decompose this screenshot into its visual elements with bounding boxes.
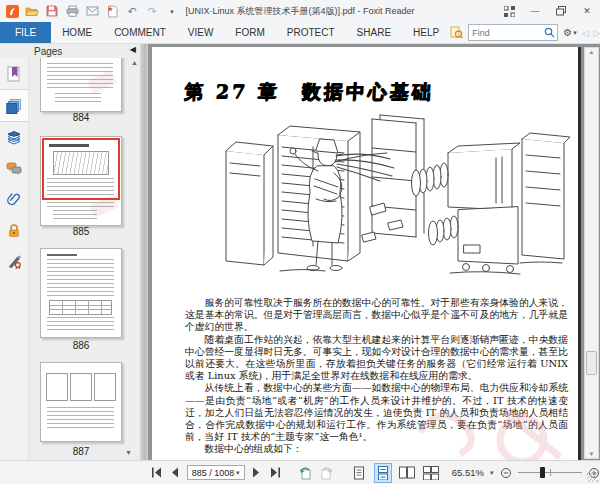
search-document-icon[interactable]	[450, 26, 463, 39]
panel-title: Pages	[0, 44, 140, 58]
zoom-out-button[interactable]	[500, 465, 512, 481]
facing-view-icon	[399, 466, 415, 479]
tab-comment[interactable]: COMMENT	[103, 22, 177, 43]
sidebar-item-signature[interactable]	[0, 246, 28, 277]
sidebar-resize-handle[interactable]	[140, 44, 148, 460]
triangle-down-icon: ▼	[125, 449, 132, 456]
thumb-table	[49, 300, 112, 315]
minimize-button[interactable]: —	[528, 4, 542, 18]
caret-down-icon[interactable]: ▾	[490, 469, 494, 476]
find-next-button[interactable]: ▷	[594, 28, 600, 38]
lock-icon	[7, 223, 21, 238]
sidebar-item-pages[interactable]	[0, 89, 28, 122]
find-options-button[interactable]: ⚙▾	[563, 28, 576, 38]
page-indicator: 885 / 1008	[192, 468, 236, 478]
signature-icon	[7, 254, 22, 269]
page-thumbnail-885[interactable]	[40, 136, 122, 226]
thumb-figure	[46, 373, 68, 401]
tab-form[interactable]: FORM	[224, 22, 275, 43]
zoom-slider[interactable]	[518, 466, 582, 479]
save-button[interactable]	[45, 3, 59, 19]
tab-protect[interactable]: PROTECT	[276, 22, 346, 43]
thumb-text-lines	[47, 259, 114, 297]
sidebar-item-security[interactable]	[0, 215, 28, 246]
redo-button[interactable]: ↷	[145, 3, 159, 19]
page-thumbnail-887[interactable]	[40, 362, 122, 442]
previous-page-button[interactable]	[168, 465, 180, 481]
find-toolbar: ⚙▾ ◁ ▷ ♡	[450, 22, 600, 43]
datacenter-cartoon	[220, 111, 570, 287]
email-button[interactable]	[85, 3, 99, 19]
sidebar-item-attachments[interactable]	[0, 184, 28, 215]
page-thumbnail-886[interactable]	[40, 248, 122, 338]
continuous-view-button[interactable]	[374, 463, 392, 483]
next-view-icon	[319, 466, 333, 480]
print-button[interactable]	[65, 3, 79, 19]
thumb-label[interactable]: 886	[40, 340, 122, 351]
tab-view[interactable]: VIEW	[177, 22, 225, 43]
scrollbar-thumb[interactable]	[586, 351, 597, 375]
search-icon[interactable]	[544, 27, 555, 38]
ui-layout-button[interactable]	[502, 4, 516, 18]
tab-home[interactable]: HOME	[51, 22, 103, 43]
tab-file[interactable]: FILE	[0, 22, 51, 43]
arrow-left-icon: ◁	[582, 28, 589, 38]
vertical-scrollbar[interactable]: ▲ ▼	[584, 47, 599, 459]
sidebar-item-layers[interactable]	[0, 122, 28, 153]
visible-area-indicator	[42, 138, 120, 200]
sidebar-icon-strip	[0, 58, 29, 460]
restore-button[interactable]	[554, 4, 568, 18]
caret-down-icon: ▾	[170, 8, 174, 15]
zoom-level[interactable]: 65.51%	[452, 467, 484, 478]
previous-view-button[interactable]	[299, 465, 313, 481]
page-thumbnail-884[interactable]	[40, 58, 122, 112]
next-page-button[interactable]	[251, 465, 263, 481]
collapse-panel-button[interactable]: ◀	[130, 46, 136, 54]
tab-help[interactable]: HELP	[402, 22, 450, 43]
thumb-label[interactable]: 885	[40, 226, 122, 237]
zoom-out-icon	[500, 467, 512, 479]
pages-icon	[6, 98, 22, 114]
thumb-label[interactable]: 884	[40, 112, 122, 123]
thumbs-scroll-up[interactable]: ▲	[131, 59, 138, 66]
pdf-page[interactable]: 第 27 章 数据中心基础	[152, 47, 581, 460]
comments-icon	[6, 162, 22, 176]
facing-view-button[interactable]	[398, 463, 416, 483]
foxit-logo-button[interactable]	[5, 3, 19, 19]
single-page-view-button[interactable]	[350, 463, 368, 483]
next-view-button[interactable]	[319, 465, 333, 481]
thumbs-scroll-down[interactable]: ▼	[125, 449, 132, 456]
continuous-facing-view-button[interactable]	[422, 463, 440, 483]
page-number-input[interactable]: 885 / 1008 ▾	[187, 465, 245, 480]
save-floppy-icon	[46, 5, 58, 17]
layers-icon	[6, 130, 22, 146]
status-bar: 885 / 1008 ▾ 65.51% ▾	[0, 460, 600, 484]
open-file-button[interactable]	[25, 3, 39, 19]
bookmark-icon	[7, 66, 21, 82]
navigation-sidebar: Pages ◀ ▲	[0, 44, 148, 460]
scroll-down-arrow[interactable]: ▼	[585, 451, 598, 457]
find-previous-button[interactable]: ◁	[582, 28, 589, 38]
customize-quick-access-button[interactable]: ▾	[165, 3, 179, 19]
first-page-button[interactable]	[150, 465, 162, 481]
next-page-icon	[252, 467, 261, 478]
find-input[interactable]	[469, 28, 544, 38]
last-page-button[interactable]	[269, 465, 281, 481]
sidebar-item-bookmarks[interactable]	[0, 58, 28, 89]
window-resize-grip[interactable]	[587, 471, 598, 482]
arrow-right-icon: ▷	[594, 28, 600, 38]
create-pdf-button[interactable]	[105, 3, 119, 19]
continuous-facing-view-icon	[423, 466, 439, 480]
watermark	[410, 392, 570, 460]
slider-handle[interactable]	[540, 467, 545, 478]
title-bar: ↶ ↷ ▾ [UNIX·Linux 系统管理技术手册(第4版)].pdf - F…	[0, 0, 600, 22]
tab-share[interactable]: SHARE	[346, 22, 402, 43]
undo-button[interactable]: ↶	[125, 3, 139, 19]
continuous-view-icon	[377, 466, 389, 480]
triangle-down-icon: ▼	[589, 451, 595, 457]
sidebar-item-comments[interactable]	[0, 153, 28, 184]
last-page-icon	[270, 467, 281, 478]
thumb-label[interactable]: 887	[40, 446, 122, 457]
close-button[interactable]: ✕	[580, 4, 594, 18]
scroll-up-arrow[interactable]: ▲	[585, 49, 598, 55]
